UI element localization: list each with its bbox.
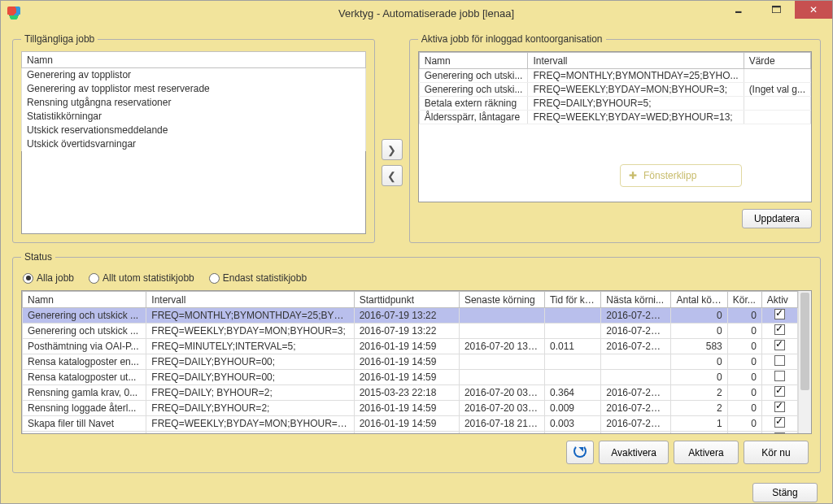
status-scrollbar[interactable] xyxy=(798,291,811,433)
table-row[interactable]: Generering och utskick ...FREQ=WEEKLY;BY… xyxy=(23,324,798,339)
available-jobs-table[interactable]: Namn Generering av topplistorGenerering … xyxy=(21,51,366,234)
active-checkbox[interactable] xyxy=(774,355,785,366)
status-col-active[interactable]: Aktiv xyxy=(761,292,797,308)
table-row[interactable]: Åldersspärr, låntagareFREQ=WEEKLY;BYDAY=… xyxy=(419,111,810,124)
active-jobs-table[interactable]: Namn Intervall Värde Generering och utsk… xyxy=(419,52,811,124)
active-checkbox[interactable] xyxy=(774,432,785,433)
run-now-button[interactable]: Kör nu xyxy=(744,441,809,464)
active-checkbox[interactable] xyxy=(774,324,785,335)
list-item[interactable]: Statistikkörningar xyxy=(22,110,366,124)
close-button[interactable]: Stäng xyxy=(752,483,818,502)
active-checkbox[interactable] xyxy=(774,386,785,397)
active-col-interval[interactable]: Intervall xyxy=(528,53,744,69)
table-row[interactable]: Rensa katalogposter en...FREQ=DAILY;BYHO… xyxy=(23,354,798,370)
status-col-start[interactable]: Starttidpunkt xyxy=(354,292,459,308)
refresh-button[interactable] xyxy=(566,441,594,464)
status-col-interval[interactable]: Intervall xyxy=(146,292,354,308)
status-col-runs[interactable]: Kör... xyxy=(727,292,761,308)
status-table[interactable]: Namn Intervall Starttidpunkt Senaste kör… xyxy=(22,291,798,433)
maximize-button[interactable]: 🗖 xyxy=(757,1,795,19)
available-jobs-group: Tillgängliga jobb Namn Generering av top… xyxy=(12,33,375,243)
table-row[interactable]: Skapa filer till NavetFREQ=WEEKLY;BYDAY=… xyxy=(23,416,798,432)
move-right-button[interactable]: ❯ xyxy=(382,139,403,160)
titlebar: Verktyg - Automatiserade jobb [lenaa] 🗕 … xyxy=(1,1,832,25)
status-col-last[interactable]: Senaste körning xyxy=(459,292,544,308)
available-col-name[interactable]: Namn xyxy=(22,52,366,68)
active-jobs-legend: Aktiva jobb för inloggad kontoorganisati… xyxy=(418,33,606,45)
active-jobs-table-wrap: Namn Intervall Värde Generering och utsk… xyxy=(418,51,812,202)
active-checkbox[interactable] xyxy=(774,309,785,319)
table-row[interactable]: Generering och utski...FREQ=WEEKLY;BYDAY… xyxy=(419,83,810,97)
minimize-button[interactable]: 🗕 xyxy=(720,1,757,19)
active-jobs-group: Aktiva jobb för inloggad kontoorganisati… xyxy=(409,33,821,243)
list-item[interactable]: Utskick övertidsvarningar xyxy=(22,137,366,151)
status-col-name[interactable]: Namn xyxy=(23,292,146,308)
snip-hint: ✚Fönsterklipp xyxy=(620,164,742,187)
active-checkbox[interactable] xyxy=(774,340,785,350)
active-checkbox[interactable] xyxy=(774,417,785,428)
table-row[interactable]: Rensa katalogposter ut...FREQ=DAILY;BYHO… xyxy=(23,370,798,385)
table-row[interactable]: SökförslagFREQ=MINUTELY;INTERVAL=5;2016-… xyxy=(23,432,798,434)
status-group: Status Alla jobb Allt utom statistikjobb… xyxy=(12,251,821,473)
active-checkbox[interactable] xyxy=(774,371,785,381)
close-window-button[interactable]: ✕ xyxy=(795,1,832,19)
status-col-time[interactable]: Tid för kö... xyxy=(544,292,600,308)
list-item[interactable]: Generering av topplistor xyxy=(22,68,366,82)
active-checkbox[interactable] xyxy=(774,402,785,412)
radio-except-stat[interactable]: Allt utom statistikjobb xyxy=(89,272,194,284)
active-col-name[interactable]: Namn xyxy=(419,53,528,69)
activate-button[interactable]: Aktivera xyxy=(674,441,739,464)
deactivate-button[interactable]: Avaktivera xyxy=(599,441,669,464)
update-button[interactable]: Uppdatera xyxy=(742,209,812,228)
status-col-count[interactable]: Antal kör... xyxy=(671,292,727,308)
refresh-icon xyxy=(574,445,587,458)
list-item[interactable]: Utskick reservationsmeddelande xyxy=(22,124,366,137)
status-col-next[interactable]: Nästa körni... xyxy=(601,292,671,308)
window-title: Verktyg - Automatiserade jobb [lenaa] xyxy=(20,7,832,20)
active-col-value[interactable]: Värde xyxy=(744,53,810,69)
app-icon xyxy=(7,7,20,20)
table-row[interactable]: Betala extern räkningFREQ=DAILY;BYHOUR=5… xyxy=(419,97,810,111)
available-jobs-legend: Tillgängliga jobb xyxy=(21,33,98,45)
table-row[interactable]: Rensning gamla krav, 0...FREQ=DAILY; BYH… xyxy=(23,385,798,401)
table-row[interactable]: Rensning loggade återl...FREQ=DAILY;BYHO… xyxy=(23,401,798,416)
status-legend: Status xyxy=(21,251,55,263)
table-row[interactable]: Generering och utski...FREQ=MONTHLY;BYMO… xyxy=(419,69,810,83)
table-row[interactable]: Generering och utskick ...FREQ=MONTHLY;B… xyxy=(23,308,798,324)
radio-all[interactable]: Alla jobb xyxy=(23,272,74,284)
move-left-button[interactable]: ❮ xyxy=(382,165,403,186)
list-item[interactable]: Generering av topplistor mest reserverad… xyxy=(22,82,366,96)
status-filter-radios: Alla jobb Allt utom statistikjobb Endast… xyxy=(21,269,812,290)
radio-only-stat[interactable]: Endast statistikjobb xyxy=(209,272,307,284)
list-item[interactable]: Rensning utgångna reservationer xyxy=(22,96,366,110)
table-row[interactable]: Posthämtning via OAI-P...FREQ=MINUTELY;I… xyxy=(23,339,798,354)
